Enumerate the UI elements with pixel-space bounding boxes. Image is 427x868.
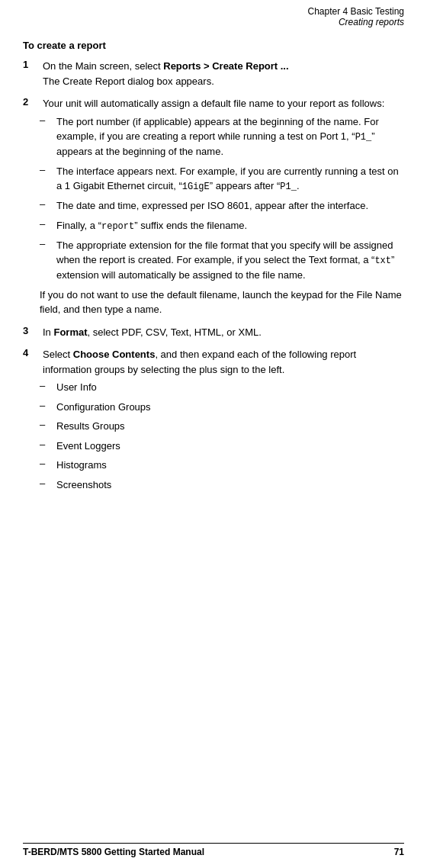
bullet-dash: –	[40, 238, 53, 249]
code-txt: txt	[374, 256, 391, 266]
bullet-item: – Finally, a “report” suffix ends the fi…	[40, 218, 404, 233]
bullet-item: – The appropriate extension for the file…	[40, 238, 404, 283]
section-heading: To create a report	[23, 40, 404, 51]
step-2: 2 Your unit will automatically assign a …	[23, 96, 404, 317]
bullet-text: The appropriate extension for the file f…	[56, 238, 404, 283]
bullet-text: The port number (if applicable) appears …	[56, 114, 404, 159]
step-4-bullets: – User Info – Configuration Groups – Res…	[40, 380, 404, 492]
step-1-bold: Reports > Create Report ...	[163, 60, 288, 72]
bullet-text: Finally, a “report” suffix ends the file…	[56, 218, 404, 233]
step-4: 4 Select Choose Contents, and then expan…	[23, 347, 404, 492]
step-4-text-before: Select	[43, 349, 73, 360]
bullet-dash: –	[40, 439, 53, 450]
bullet-item: – Results Groups	[40, 419, 404, 434]
bullet-item: – The interface appears next. For exampl…	[40, 164, 404, 194]
bullet-dash: –	[40, 419, 53, 430]
footer-right: 71	[394, 847, 404, 857]
code-1gige: 1GigE	[182, 182, 210, 192]
code-p1: P1_	[355, 132, 372, 143]
bullet-dash: –	[40, 458, 53, 469]
step-3-bold: Format	[53, 326, 87, 338]
bullet-text: The interface appears next. For example,…	[56, 164, 404, 194]
page-header: Chapter 4 Basic Testing Creating reports	[23, 6, 404, 31]
step-4-bold: Choose Contents	[73, 349, 156, 360]
code-report: report	[101, 221, 134, 232]
bullet-dash: –	[40, 380, 53, 391]
bullet-text: Configuration Groups	[56, 400, 404, 415]
bullet-text: Results Groups	[56, 419, 404, 434]
step-2-content: Your unit will automatically assign a de…	[43, 96, 404, 111]
bullet-text: User Info	[56, 380, 404, 395]
step-2-text: Your unit will automatically assign a de…	[43, 98, 384, 109]
step-1-text-before: On the Main screen, select	[43, 60, 163, 72]
step-4-content: Select Choose Contents, and then expand …	[43, 347, 404, 377]
step-3-content: In Format, select PDF, CSV, Text, HTML, …	[43, 325, 404, 340]
step-1: 1 On the Main screen, select Reports > C…	[23, 59, 404, 88]
step-3-text-after: , select PDF, CSV, Text, HTML, or XML.	[88, 326, 262, 338]
bullet-text: The date and time, expressed per ISO 860…	[56, 198, 404, 214]
bullet-dash: –	[40, 477, 53, 489]
header-chapter: Chapter 4 Basic Testing	[23, 6, 404, 17]
bullet-dash: –	[40, 198, 53, 210]
header-section: Creating reports	[23, 17, 404, 27]
step-3-text-before: In	[43, 326, 53, 338]
bullet-item: – Histograms	[40, 458, 404, 473]
step-1-content: On the Main screen, select Reports > Cre…	[43, 59, 404, 88]
code-p1-ref: P1_	[280, 182, 297, 192]
step-4-number: 4	[23, 347, 40, 358]
step-3-number: 3	[23, 325, 40, 336]
bullet-text: Screenshots	[56, 477, 404, 493]
step-2-note: If you do not want to use the default fi…	[40, 288, 404, 317]
step-1-number: 1	[23, 59, 40, 70]
bullet-item: – Screenshots	[40, 477, 404, 493]
step-2-bullets: – The port number (if applicable) appear…	[40, 114, 404, 283]
page-container: Chapter 4 Basic Testing Creating reports…	[0, 0, 427, 868]
step-2-number: 2	[23, 96, 40, 108]
step-1-subtext: The Create Report dialog box appears.	[43, 76, 214, 87]
bullet-item: – Event Loggers	[40, 439, 404, 454]
bullet-text: Histograms	[56, 458, 404, 473]
bullet-text: Event Loggers	[56, 439, 404, 454]
bullet-dash: –	[40, 164, 53, 175]
bullet-dash: –	[40, 218, 53, 230]
page-footer: T-BERD/MTS 5800 Getting Started Manual 7…	[23, 843, 404, 857]
bullet-dash: –	[40, 400, 53, 411]
footer-left: T-BERD/MTS 5800 Getting Started Manual	[23, 847, 204, 857]
bullet-item: – The date and time, expressed per ISO 8…	[40, 198, 404, 214]
bullet-item: – The port number (if applicable) appear…	[40, 114, 404, 159]
bullet-item: – User Info	[40, 380, 404, 395]
bullet-dash: –	[40, 114, 53, 126]
bullet-item: – Configuration Groups	[40, 400, 404, 415]
step-3: 3 In Format, select PDF, CSV, Text, HTML…	[23, 325, 404, 340]
